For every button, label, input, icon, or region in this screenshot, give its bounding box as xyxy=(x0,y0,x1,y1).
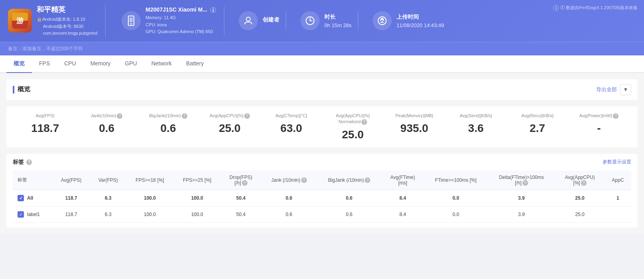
col-var-fps: Var(FPS) xyxy=(90,171,126,190)
dropdown-button[interactable]: ▼ xyxy=(620,84,631,95)
col-tag: 标签 xyxy=(13,171,53,190)
tags-header: 标签 ? 参数显示设置 xyxy=(13,159,631,166)
tab-overview[interactable]: 概览 xyxy=(6,55,32,73)
table-wrapper: 标签 Avg(FPS) Var(FPS) FPS>=18 [%] FPS>=25… xyxy=(13,171,631,223)
stat-avg-fps: Avg(FPS) 118.7 xyxy=(14,113,76,141)
tab-fps[interactable]: FPS xyxy=(32,55,57,73)
jank-help-icon[interactable]: ? xyxy=(117,113,122,119)
app-info: 游 和平精英 🤖Android版本名: 1.8.10 Android版本号: 8… xyxy=(8,5,106,37)
svg-rect-4 xyxy=(130,24,132,24)
power-help-icon[interactable]: ? xyxy=(613,113,618,119)
col-bigjank: BigJank (/10min)? xyxy=(317,171,381,190)
stat-bigjank: BigJank(/10min)? 0.6 xyxy=(137,113,199,141)
section-title: 概览 xyxy=(13,85,30,94)
app-name: 和平精英 xyxy=(37,5,97,14)
header: ℹ ① 数据由PerfDog(4.1.200708)版本收集 游 和平精英 🤖A… xyxy=(0,0,644,42)
upload-text: 上传时间 11/08/2020 14:43:49 xyxy=(397,14,444,28)
bigjank-col-help[interactable]: ? xyxy=(365,177,370,183)
table-header-row: 标签 Avg(FPS) Var(FPS) FPS>=18 [%] FPS>=25… xyxy=(13,171,631,190)
creator-text: 创建者 xyxy=(263,16,279,25)
stat-send: Avg(Send)[KB/s] 3.6 xyxy=(445,113,507,141)
device-text: M2007J1SC Xiaomi M... ℹ Memory: 11.4G CP… xyxy=(145,6,216,35)
device-icon xyxy=(122,11,141,30)
tab-gpu[interactable]: GPU xyxy=(118,55,144,73)
svg-rect-5 xyxy=(130,18,133,22)
tags-title: 标签 ? xyxy=(13,159,32,166)
stat-appcpu: Avg(AppCPU)[%]? 25.0 xyxy=(199,113,260,141)
creator-icon xyxy=(239,11,258,30)
svg-point-6 xyxy=(246,17,250,21)
col-avg-ftime: Avg(FTime)[ms] xyxy=(381,171,424,190)
jank-col-help[interactable]: ? xyxy=(301,177,307,183)
duration-icon xyxy=(300,11,320,30)
upload-icon xyxy=(373,11,392,30)
main-content: 概览 导出全部 ▼ Avg(FPS) 118.7 Jank(/10min)? 0… xyxy=(0,73,644,234)
table-row: ✓ All 118.7 6.3 100.0 100.0 50.4 0.6 0.6… xyxy=(13,190,631,206)
stat-power: Avg(Power)[mW]? - xyxy=(568,113,630,141)
bigjank-help-icon[interactable]: ? xyxy=(182,113,187,119)
app-meta: 🤖Android版本名: 1.8.10 Android版本号: 8630 com… xyxy=(37,16,97,37)
tab-cpu[interactable]: CPU xyxy=(57,55,83,73)
stat-jank: Jank(/10min)? 0.6 xyxy=(76,113,137,141)
device-name: M2007J1SC Xiaomi M... ℹ xyxy=(145,6,216,13)
col-delta-ftime: Delta(FTime)>100ms[/h]? xyxy=(488,171,556,190)
device-info-icon[interactable]: ℹ xyxy=(210,7,216,13)
row-tag-label1: ✓ label1 xyxy=(13,206,53,223)
android-icon: 🤖 xyxy=(37,17,42,22)
col-avg-fps: Avg(FPS) xyxy=(53,171,90,190)
col-fps18: FPS>=18 [%] xyxy=(126,171,174,190)
stats-grid: Avg(FPS) 118.7 Jank(/10min)? 0.6 BigJank… xyxy=(6,106,638,147)
appcpu-col-help[interactable]: ? xyxy=(581,180,587,186)
export-button[interactable]: 导出全部 xyxy=(596,86,617,93)
tab-network[interactable]: Network xyxy=(144,55,179,73)
nav-tabs: 概览 FPS CPU Memory GPU Network Battery xyxy=(0,55,644,73)
duration-text: 时长 0h 15m 28s xyxy=(324,14,351,28)
stat-peak-memory: Peak(Memory)[MB] 935.0 xyxy=(383,113,445,141)
device-info: M2007J1SC Xiaomi M... ℹ Memory: 11.4G CP… xyxy=(114,6,224,35)
notes-bar[interactable]: 备注：添加备注，不超过200个字符 xyxy=(0,42,644,55)
tab-battery[interactable]: Battery xyxy=(179,55,211,73)
stat-ctemp: Avg(CTemp)[°C] 63.0 xyxy=(261,113,322,141)
device-spec: Memory: 11.4G CPU: kona GPU: Qualcomm Ad… xyxy=(145,14,216,35)
app-text: 和平精英 🤖Android版本名: 1.8.10 Android版本号: 863… xyxy=(37,5,97,37)
checkbox-cell-all: ✓ All xyxy=(18,195,48,201)
appcpu-help-icon[interactable]: ? xyxy=(244,113,250,119)
checkbox-cell-label1: ✓ label1 xyxy=(18,211,48,218)
delta-help[interactable]: ? xyxy=(522,180,528,186)
perfdog-note: ℹ ① 数据由PerfDog(4.1.200708)版本收集 xyxy=(553,3,638,11)
drop-fps-help[interactable]: ? xyxy=(242,180,247,186)
tags-table: 标签 Avg(FPS) Var(FPS) FPS>=18 [%] FPS>=25… xyxy=(13,171,631,223)
col-drop-fps: Drop(FPS)[/h]? xyxy=(221,171,261,190)
col-appcpu: Avg(AppCPU)[%]? xyxy=(555,171,604,190)
creator-stat: 创建者 xyxy=(232,11,286,30)
tags-section: 标签 ? 参数显示设置 标签 Avg(FPS) Var(FPS) FPS>=18… xyxy=(6,154,638,228)
svg-text:游: 游 xyxy=(16,17,24,25)
col-ftime100: FTime>=100ms [%] xyxy=(424,171,488,190)
col-jank: Jank (/10min)? xyxy=(261,171,317,190)
stat-recv: Avg(Recv)[KB/s] 2.7 xyxy=(507,113,568,141)
info-icon: ℹ xyxy=(553,5,559,11)
stat-appcpu-normalized: Avg(AppCPU)[%]Normalized? 25.0 xyxy=(322,113,383,141)
row-tag-all: ✓ All xyxy=(13,190,53,206)
tab-memory[interactable]: Memory xyxy=(83,55,118,73)
title-bar-accent xyxy=(13,86,14,94)
normalized-help-icon[interactable]: ? xyxy=(361,119,367,125)
section-actions: 导出全部 ▼ xyxy=(596,84,631,95)
col-fps25: FPS>=25 [%] xyxy=(173,171,221,190)
checkbox-all[interactable]: ✓ xyxy=(18,195,24,201)
settings-link[interactable]: 参数显示设置 xyxy=(603,159,631,165)
section-header: 概览 导出全部 ▼ xyxy=(6,79,638,100)
upload-stat: 上传时间 11/08/2020 14:43:49 xyxy=(366,11,450,30)
checkbox-label1[interactable]: ✓ xyxy=(18,211,24,218)
table-row: ✓ label1 118.7 6.3 100.0 100.0 50.4 0.6 … xyxy=(13,206,631,223)
app-icon: 游 xyxy=(8,9,32,33)
duration-stat: 时长 0h 15m 28s xyxy=(294,11,358,30)
col-appc: AppC xyxy=(605,171,631,190)
tags-help-icon[interactable]: ? xyxy=(26,159,32,165)
